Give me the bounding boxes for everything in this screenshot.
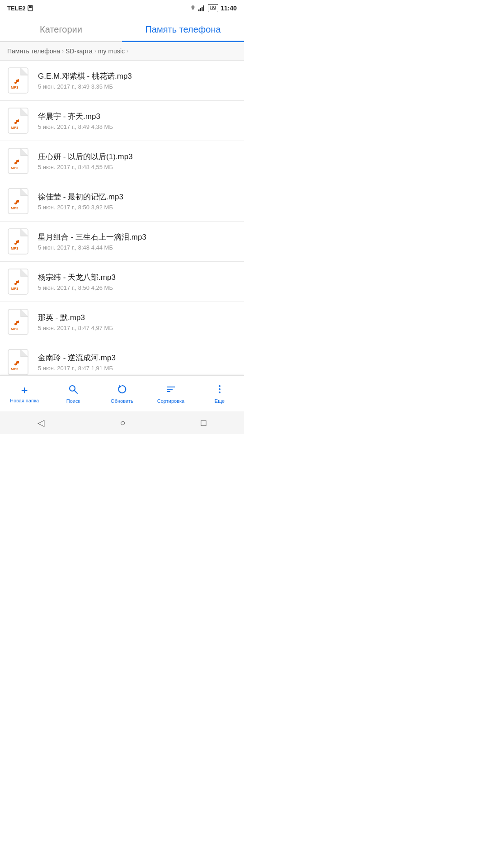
svg-text:MP3: MP3 — [11, 246, 19, 250]
more-label: Еще — [215, 398, 225, 404]
file-icon: MP3 — [7, 349, 31, 376]
refresh-label: Обновить — [111, 398, 133, 404]
list-item[interactable]: MP3 徐佳莹 - 最初的记忆.mp3 5 июн. 2017 г., 8:50… — [0, 181, 244, 222]
svg-text:MP3: MP3 — [11, 166, 19, 170]
file-meta: 5 июн. 2017 г., 8:49 4,38 МБ — [38, 123, 237, 130]
toolbar-more-button[interactable]: Еще — [195, 384, 244, 404]
list-item[interactable]: MP3 那英 - 默.mp3 5 июн. 2017 г., 8:47 4,97… — [0, 302, 244, 342]
file-name: 星月组合 - 三生石上一滴泪.mp3 — [38, 232, 237, 242]
toolbar-refresh-button[interactable]: Обновить — [98, 384, 146, 404]
file-icon: MP3 — [7, 67, 31, 94]
file-meta: 5 июн. 2017 г., 8:47 4,97 МБ — [38, 325, 237, 331]
plus-icon: + — [21, 383, 28, 397]
breadcrumb-item-phone-memory[interactable]: Память телефона — [7, 47, 60, 55]
breadcrumb-item-sd-card[interactable]: SD-карта — [66, 47, 93, 55]
file-name: 金南玲 - 逆流成河.mp3 — [38, 353, 237, 363]
list-item[interactable]: MP3 G.E.M.邓紫棋 - 桃花诺.mp3 5 июн. 2017 г., … — [0, 61, 244, 101]
breadcrumb-sep-2: › — [94, 48, 96, 54]
sort-label: Сортировка — [157, 398, 184, 404]
tab-categories[interactable]: Категории — [0, 16, 122, 41]
list-item[interactable]: MP3 华晨宇 - 齐天.mp3 5 июн. 2017 г., 8:49 4,… — [0, 101, 244, 141]
file-name: 那英 - 默.mp3 — [38, 312, 237, 323]
svg-rect-3 — [200, 8, 201, 11]
list-item[interactable]: MP3 星月组合 - 三生石上一滴泪.mp3 5 июн. 2017 г., 8… — [0, 222, 244, 262]
file-icon: MP3 — [7, 188, 31, 215]
svg-line-23 — [75, 391, 77, 393]
nav-back-button[interactable]: ◁ — [24, 414, 58, 432]
battery-icon: 89 — [208, 4, 218, 12]
file-meta: 5 июн. 2017 г., 8:49 3,35 МБ — [38, 83, 237, 90]
file-name: 庄心妍 - 以后的以后(1).mp3 — [38, 151, 237, 162]
file-meta: 5 июн. 2017 г., 8:48 4,44 МБ — [38, 244, 237, 251]
time-display: 11:40 — [221, 5, 237, 12]
carrier: TELE2 — [7, 5, 33, 12]
toolbar-search-button[interactable]: Поиск — [49, 384, 98, 404]
sort-icon — [165, 384, 176, 396]
nav-home-button[interactable]: ○ — [106, 414, 139, 432]
carrier-text: TELE2 — [7, 5, 25, 12]
breadcrumb-sep-1: › — [62, 48, 64, 54]
bottom-toolbar: + Новая папка Поиск Обновить Сортировка … — [0, 375, 244, 411]
svg-rect-5 — [203, 5, 204, 11]
file-name: 杨宗纬 - 天龙八部.mp3 — [38, 272, 237, 283]
file-info: G.E.M.邓紫棋 - 桃花诺.mp3 5 июн. 2017 г., 8:49… — [38, 71, 237, 90]
tab-header: Категории Память телефона — [0, 16, 244, 42]
breadcrumb-sep-3: › — [127, 48, 128, 54]
file-icon: MP3 — [7, 147, 31, 175]
breadcrumb-item-my-music[interactable]: my music — [98, 47, 125, 55]
svg-point-29 — [219, 388, 221, 390]
file-meta: 5 июн. 2017 г., 8:50 4,26 МБ — [38, 284, 237, 291]
file-info: 庄心妍 - 以后的以后(1).mp3 5 июн. 2017 г., 8:48 … — [38, 151, 237, 170]
new-folder-label: Новая папка — [10, 398, 39, 403]
search-label: Поиск — [66, 398, 80, 404]
file-icon: MP3 — [7, 107, 31, 134]
file-info: 杨宗纬 - 天龙八部.mp3 5 июн. 2017 г., 8:50 4,26… — [38, 272, 237, 291]
svg-text:MP3: MP3 — [11, 327, 19, 331]
list-item[interactable]: MP3 庄心妍 - 以后的以后(1).mp3 5 июн. 2017 г., 8… — [0, 141, 244, 181]
file-icon: MP3 — [7, 268, 31, 295]
svg-marker-24 — [119, 385, 122, 388]
svg-point-28 — [219, 385, 221, 387]
tab-phone-memory[interactable]: Память телефона — [122, 16, 244, 41]
toolbar-sort-button[interactable]: Сортировка — [146, 384, 195, 404]
toolbar-new-folder-button[interactable]: + Новая папка — [0, 384, 49, 403]
svg-rect-2 — [198, 9, 200, 11]
file-info: 那英 - 默.mp3 5 июн. 2017 г., 8:47 4,97 МБ — [38, 312, 237, 331]
status-bar: TELE2 89 11:40 — [0, 0, 244, 16]
new-folder-icon: + — [21, 384, 28, 396]
sort-icon — [165, 384, 176, 395]
svg-text:MP3: MP3 — [11, 287, 19, 291]
file-info: 华晨宇 - 齐天.mp3 5 июн. 2017 г., 8:49 4,38 М… — [38, 111, 237, 130]
breadcrumb: Память телефона › SD-карта › my music › — [0, 42, 244, 61]
file-meta: 5 июн. 2017 г., 8:48 4,55 МБ — [38, 164, 237, 170]
more-icon — [214, 384, 225, 395]
sim-icon — [27, 5, 33, 11]
nav-recent-button[interactable]: □ — [187, 414, 220, 432]
file-info: 徐佳莹 - 最初的记忆.mp3 5 июн. 2017 г., 8:50 3,9… — [38, 192, 237, 211]
svg-text:MP3: MP3 — [11, 367, 19, 371]
search-icon — [68, 384, 79, 396]
svg-rect-1 — [29, 6, 32, 8]
file-icon: MP3 — [7, 308, 31, 335]
file-name: G.E.M.邓紫棋 - 桃花诺.mp3 — [38, 71, 237, 81]
file-icon: MP3 — [7, 228, 31, 255]
file-list: MP3 G.E.M.邓紫棋 - 桃花诺.mp3 5 июн. 2017 г., … — [0, 61, 244, 389]
file-name: 华晨宇 - 齐天.mp3 — [38, 111, 237, 122]
status-icons: 89 11:40 — [190, 4, 237, 12]
file-info: 金南玲 - 逆流成河.mp3 5 июн. 2017 г., 8:47 1,91… — [38, 353, 237, 372]
svg-text:MP3: MP3 — [11, 206, 19, 210]
svg-rect-4 — [202, 7, 203, 11]
location-icon — [190, 5, 196, 11]
svg-point-30 — [219, 392, 221, 393]
svg-point-22 — [70, 386, 75, 391]
signal-icon — [198, 5, 206, 11]
file-name: 徐佳莹 - 最初的记忆.mp3 — [38, 192, 237, 202]
refresh-icon — [117, 384, 127, 395]
svg-text:MP3: MP3 — [11, 126, 19, 130]
svg-text:MP3: MP3 — [11, 85, 19, 90]
file-info: 星月组合 - 三生石上一滴泪.mp3 5 июн. 2017 г., 8:48 … — [38, 232, 237, 251]
search-icon — [68, 384, 79, 395]
file-meta: 5 июн. 2017 г., 8:50 3,92 МБ — [38, 204, 237, 211]
file-meta: 5 июн. 2017 г., 8:47 1,91 МБ — [38, 365, 237, 372]
list-item[interactable]: MP3 杨宗纬 - 天龙八部.mp3 5 июн. 2017 г., 8:50 … — [0, 262, 244, 302]
